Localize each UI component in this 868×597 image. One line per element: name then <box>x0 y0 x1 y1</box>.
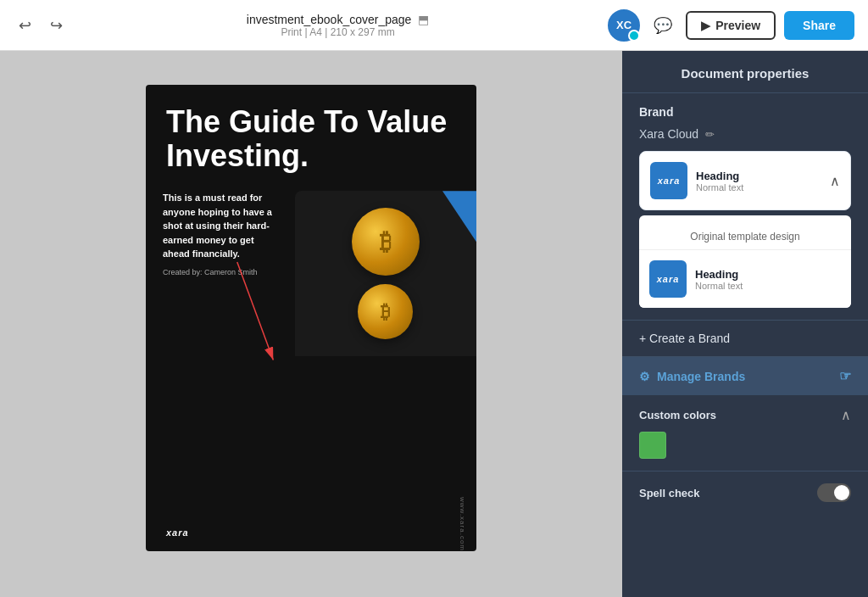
preview-button[interactable]: ▶ Preview <box>686 11 776 40</box>
manage-icon: ⚙ <box>639 370 650 383</box>
right-panel: Document properties Brand Xara Cloud ✏ x… <box>622 51 868 597</box>
brand-card-active[interactable]: xara Heading Normal text ∧ <box>639 151 851 210</box>
edit-pencil-icon[interactable]: ✏ <box>705 128 715 141</box>
template-design-container: Original template design xara Heading No… <box>639 215 851 308</box>
corner-shape <box>442 191 476 242</box>
topbar-actions: XC 💬 ▶ Preview Share <box>608 9 854 42</box>
brand-xara-text-2: xara <box>657 274 680 284</box>
topbar: ↩ ↪ investment_ebook_cover_page ⬒ Print … <box>0 0 868 51</box>
cover-description: This is a must read for anyone hoping to… <box>163 191 278 261</box>
cover-title: The Guide To Value Investing. <box>166 105 456 172</box>
canvas-area: The Guide To Value Investing. This is a … <box>0 51 622 597</box>
avatar-badge <box>628 30 640 42</box>
preview-label: Preview <box>715 19 760 32</box>
play-icon: ▶ <box>701 19 710 32</box>
file-meta: Print | A4 | 210 x 297 mm <box>281 26 394 38</box>
manage-brands-button[interactable]: ⚙ Manage Brands ☞ <box>622 357 868 395</box>
create-brand-button[interactable]: + Create a Brand <box>622 321 868 357</box>
coin-medium: ₿ <box>358 284 413 339</box>
brand-logo-box-2: xara <box>649 260 687 298</box>
avatar-button[interactable]: XC <box>608 9 640 42</box>
panel-header: Document properties <box>622 51 868 93</box>
filename-label: investment_ebook_cover_page <box>247 13 412 26</box>
brand-name-row: Xara Cloud ✏ <box>639 127 851 141</box>
ebook-cover: The Guide To Value Investing. This is a … <box>146 85 476 551</box>
comment-button[interactable]: 💬 <box>648 11 677 40</box>
brand-xara-text: xara <box>658 176 681 186</box>
share-button[interactable]: Share <box>784 11 854 40</box>
colors-header: Custom colors ∧ <box>639 407 851 423</box>
custom-colors-section: Custom colors ∧ <box>622 395 868 471</box>
filename-row: investment_ebook_cover_page ⬒ <box>247 13 430 26</box>
cover-top: The Guide To Value Investing. <box>146 85 476 191</box>
cover-bottom: This is a must read for anyone hoping to… <box>146 191 476 356</box>
brand-section-label: Brand <box>639 105 851 119</box>
brand-section: Brand Xara Cloud ✏ xara Heading Normal t… <box>622 93 868 321</box>
brand-heading-label: Heading <box>696 170 821 182</box>
spell-check-toggle[interactable] <box>817 483 851 502</box>
brand-sub-2: Normal text <box>695 281 841 291</box>
manage-brands-label: Manage Brands <box>657 370 745 383</box>
cover-xara-logo: xara <box>166 527 189 538</box>
main-content: The Guide To Value Investing. This is a … <box>0 51 868 597</box>
brand-text-2: Heading Normal text <box>695 268 841 291</box>
spell-check-label: Spell check <box>639 487 700 499</box>
cover-left-text: This is a must read for anyone hoping to… <box>146 191 295 356</box>
cover-right: ₿ ₿ <box>295 191 477 356</box>
brand-normal-text: Normal text <box>696 182 821 192</box>
watermark: www.xara.com <box>459 497 466 551</box>
xara-logo-text: xara <box>166 527 189 538</box>
brand-heading-2: Heading <box>695 268 841 281</box>
brand-logo-box: xara <box>650 162 687 199</box>
redo-button[interactable]: ↪ <box>45 13 68 38</box>
nav-controls: ↩ ↪ <box>14 13 68 38</box>
coins-area: ₿ ₿ <box>335 191 437 356</box>
undo-button[interactable]: ↩ <box>14 13 36 38</box>
avatar-initials: XC <box>616 19 632 31</box>
custom-colors-label: Custom colors <box>639 409 716 421</box>
colors-row <box>639 432 851 459</box>
export-icon[interactable]: ⬒ <box>418 13 429 26</box>
file-info: investment_ebook_cover_page ⬒ Print | A4… <box>78 13 598 38</box>
cover-created: Created by: Cameron Smith <box>163 268 278 276</box>
create-manage-section: + Create a Brand ⚙ Manage Brands ☞ <box>622 321 868 395</box>
brand-card-template[interactable]: xara Heading Normal text <box>639 249 851 308</box>
brand-text: Heading Normal text <box>696 170 821 192</box>
brand-name-text: Xara Cloud <box>639 127 698 141</box>
color-swatch-green[interactable] <box>639 432 666 459</box>
template-label: Original template design <box>639 224 851 249</box>
chevron-up-icon[interactable]: ∧ <box>830 173 840 189</box>
coin-large: ₿ <box>352 208 420 276</box>
toggle-knob <box>834 485 849 500</box>
spell-check-section: Spell check <box>622 471 868 514</box>
chevron-up-colors-icon[interactable]: ∧ <box>841 407 851 423</box>
cursor-icon: ☞ <box>839 368 851 384</box>
